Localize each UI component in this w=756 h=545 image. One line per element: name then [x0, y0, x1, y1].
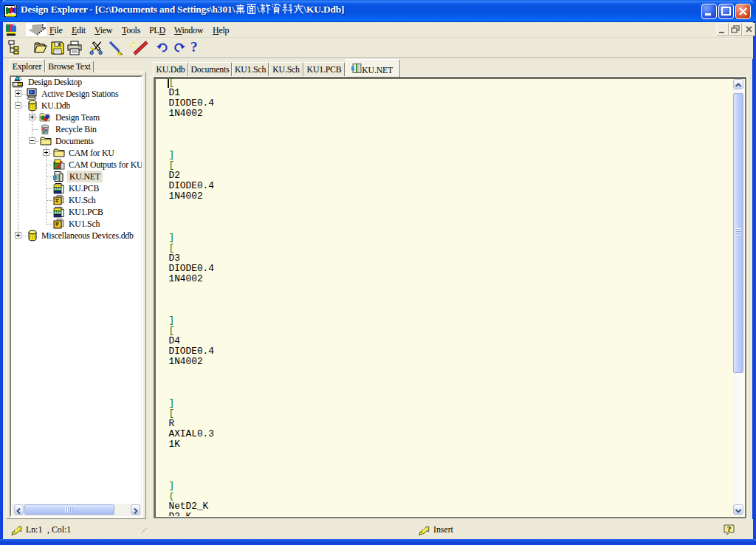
svg-text:?: ?: [727, 524, 732, 533]
